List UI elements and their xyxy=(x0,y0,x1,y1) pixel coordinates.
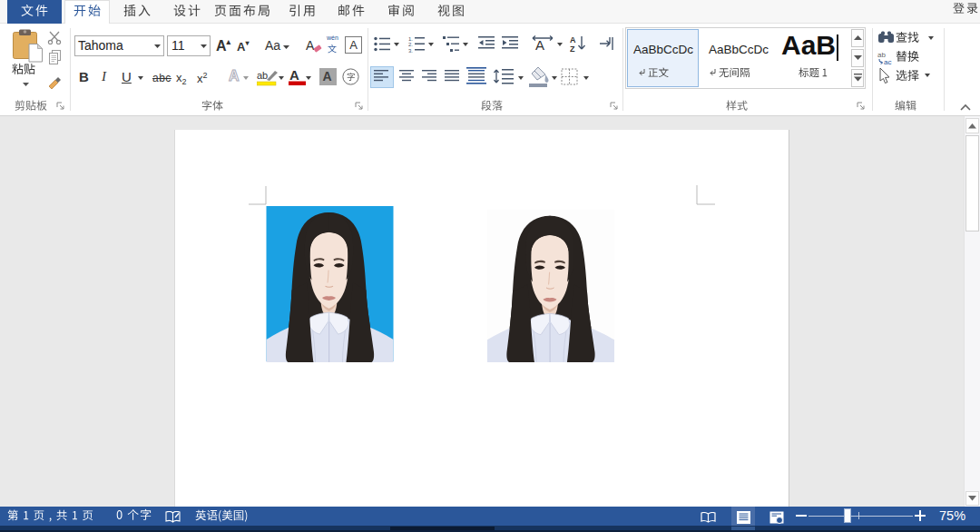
svg-text:A: A xyxy=(570,35,576,44)
svg-text:1.: 1. xyxy=(408,36,413,42)
svg-text:ac: ac xyxy=(884,58,891,64)
svg-text:A: A xyxy=(289,67,299,83)
svg-text:A: A xyxy=(535,37,544,53)
svg-text:ab: ab xyxy=(257,70,268,81)
svg-text:Z: Z xyxy=(570,44,575,53)
svg-text:A: A xyxy=(323,69,332,84)
svg-text:3.: 3. xyxy=(408,48,413,54)
svg-text:2.: 2. xyxy=(408,42,413,47)
